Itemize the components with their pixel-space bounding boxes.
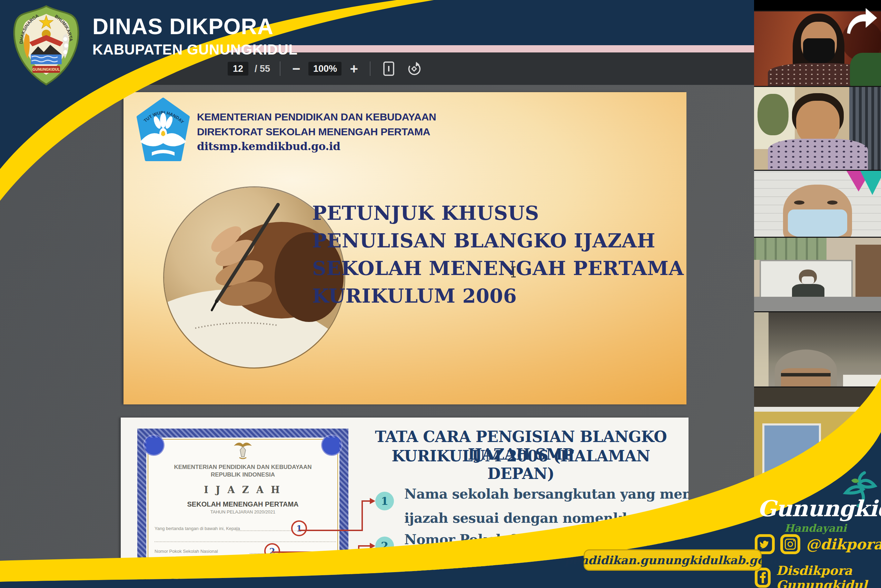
item-3-text: mencoret) xyxy=(404,582,481,588)
page2-title-line2: KURIKULUM 2006 (HALAMAN DEPAN) xyxy=(364,447,678,482)
item-2-text: Nomor Pokok Sekolah Nasional (NPSN) xyxy=(404,531,689,547)
page-number-input[interactable]: 12 xyxy=(228,62,248,76)
pdf-scroll-area[interactable]: TUT WURI HANDAYANI KEMENTERIAN PENDIDIKA… xyxy=(0,85,754,588)
screen-share-area: 12 / 55 − 100% + xyxy=(0,0,754,588)
org-name: DINAS DIKPORA KABUPATEN GUNUNGKIDUL xyxy=(93,14,298,58)
slide-title-line3: SEKOLAH MENENGAH PERTAMA xyxy=(312,254,684,282)
fit-page-icon xyxy=(383,61,395,76)
facebook-name: Disdikpora Gunungkidul xyxy=(776,563,881,588)
text-cursor xyxy=(513,266,514,278)
brand-logo: Gunungkidul Handayani xyxy=(758,495,878,534)
toolbar-divider xyxy=(370,62,370,76)
participant-video-4[interactable] xyxy=(754,237,881,311)
slide-title-line4: KURIKULUM 2006 xyxy=(312,282,684,309)
zoom-level-input[interactable]: 100% xyxy=(309,62,342,76)
tut-wuri-handayani-logo: TUT WURI HANDAYANI xyxy=(134,98,192,164)
ministry-header: KEMENTERIAN PENDIDIKAN DAN KEBUDAYAAN DI… xyxy=(197,110,436,154)
crest-banner-text: GUNUNGKIDUL xyxy=(32,67,60,71)
pdf-page-1: TUT WURI HANDAYANI KEMENTERIAN PENDIDIKA… xyxy=(123,92,686,404)
page-total-label: / 55 xyxy=(255,63,270,74)
social-row-2: Disdikpora Gunungkidul xyxy=(755,563,881,588)
brand-logo-text: Gunungkidul xyxy=(758,495,878,521)
item-2-number: 2 xyxy=(375,537,394,555)
brand-tagline: Handayani xyxy=(784,522,878,534)
slide-title: PETUNJUK KHUSUS PENULISAN BLANGKO IJAZAH… xyxy=(312,199,684,309)
meeting-window: 12 / 55 − 100% + xyxy=(0,0,881,588)
ministry-website: ditsmp.kemdikbud.go.id xyxy=(197,139,436,154)
instagram-handle: @dikpora_gk xyxy=(806,536,881,553)
participant-video-3[interactable] xyxy=(754,170,881,237)
zoom-out-button[interactable]: − xyxy=(290,62,302,76)
ministry-line1: KEMENTERIAN PENDIDIKAN DAN KEBUDAYAAN xyxy=(197,110,436,124)
website-pill: pendidikan.gunungkidulkab.go.id xyxy=(584,549,762,571)
zoom-in-button[interactable]: + xyxy=(348,62,360,76)
instagram-icon xyxy=(780,534,800,554)
item-1-text: ijazah sesuai dengan nomenklatur. xyxy=(404,510,662,526)
item-3-number: 3 xyxy=(375,564,394,583)
org-name-line1: DINAS DIKPORA xyxy=(93,14,298,39)
social-row-1: @dikpora_gk xyxy=(755,534,881,554)
share-button[interactable] xyxy=(844,6,879,37)
slide-title-line2: PENULISAN BLANGKO IJAZAH xyxy=(312,227,684,254)
org-name-line2: KABUPATEN GUNUNGKIDUL xyxy=(93,41,298,58)
ministry-line2: DIREKTORAT SEKOLAH MENENGAH PERTAMA xyxy=(197,124,436,139)
participant-video-5[interactable] xyxy=(754,311,881,387)
website-url: pendidikan.gunungkidulkab.go.id xyxy=(565,554,781,567)
fit-to-page-button[interactable] xyxy=(380,61,397,76)
rotate-icon xyxy=(406,61,421,76)
gunungkidul-crest: DHAKSINARGA BHUMIKARTA GUNUNGKIDUL xyxy=(10,5,83,86)
rotate-button[interactable] xyxy=(404,61,424,76)
item-1-number: 1 xyxy=(375,492,394,510)
participant-video-2[interactable] xyxy=(754,86,881,170)
toolbar-divider xyxy=(280,62,280,76)
slide-title-line1: PETUNJUK KHUSUS xyxy=(312,199,684,227)
item-1-text: Nama sekolah bersangkutan yang menerbitk… xyxy=(404,486,689,502)
